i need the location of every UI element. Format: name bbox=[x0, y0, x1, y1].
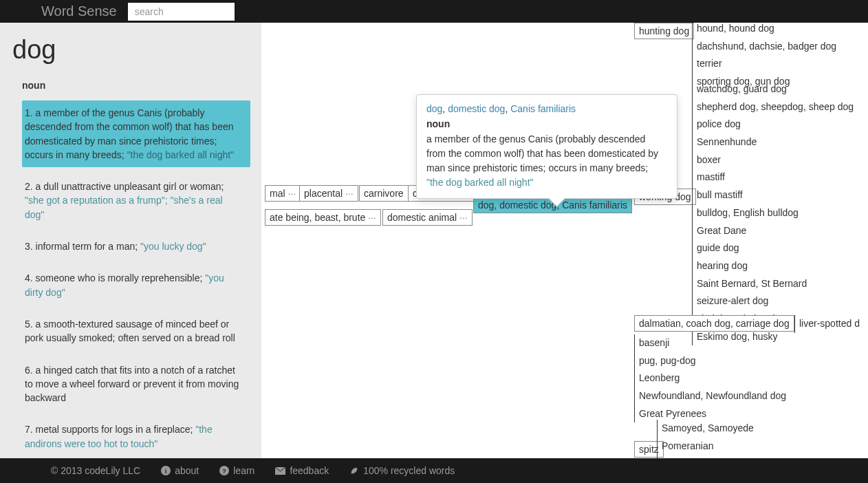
graph-item[interactable]: terrier bbox=[695, 55, 838, 73]
search-input[interactable] bbox=[128, 3, 235, 21]
popover-link[interactable]: domestic dog bbox=[448, 103, 505, 114]
graph-item[interactable]: liver-spotted d bbox=[797, 315, 862, 333]
graph-node-label: dalmatian, coach dog, carriage dog bbox=[639, 318, 790, 329]
svg-text:?: ? bbox=[222, 467, 226, 475]
graph-node[interactable]: domestic animal ··· bbox=[382, 209, 473, 226]
footer-recycled: 100% recycled words bbox=[363, 465, 455, 476]
graph-node-label: spitz bbox=[639, 444, 659, 455]
header-bar: Word Sense bbox=[0, 0, 868, 23]
graph-item[interactable]: Saint Bernard, St Bernard bbox=[695, 275, 856, 293]
popover-links: dog, domestic dog, Canis familiaris bbox=[426, 103, 667, 114]
graph-item[interactable]: Sennenhunde bbox=[695, 133, 856, 151]
graph-item[interactable]: watchdog, guard dog bbox=[695, 80, 856, 98]
definition-item[interactable]: 7. metal supports for logs in a fireplac… bbox=[22, 417, 250, 456]
graph-node-label: carnivore bbox=[364, 188, 404, 199]
footer-feedback-link[interactable]: feedback bbox=[290, 465, 329, 476]
popover-def-quote: "the dog barked all night" bbox=[426, 177, 534, 188]
main-area: dog noun 1. a member of the genus Canis … bbox=[0, 23, 868, 458]
definition-text: 7. metal supports for logs in a fireplac… bbox=[25, 424, 195, 435]
graph-item[interactable]: chow, chow chow bbox=[660, 455, 756, 458]
graph-node-label: domestic animal bbox=[387, 212, 457, 223]
word-title: dog bbox=[12, 35, 250, 65]
graph-item[interactable]: police dog bbox=[695, 116, 856, 133]
brand-title[interactable]: Word Sense bbox=[41, 3, 117, 19]
graph-item[interactable]: bull mastiff bbox=[695, 186, 856, 204]
popover-def-text: a member of the genus Canis (probably de… bbox=[426, 133, 658, 173]
definition-quote: "you lucky dog" bbox=[140, 241, 206, 252]
definition-item[interactable]: 3. informal term for a man; "you lucky d… bbox=[22, 234, 250, 259]
definition-text: 6. a hinged catch that fits into a notch… bbox=[25, 365, 239, 404]
graph-item[interactable]: pug, pug-dog bbox=[637, 352, 788, 370]
graph-node-label: hunting dog bbox=[639, 25, 689, 36]
popover-pos: noun bbox=[426, 118, 667, 129]
leaf-icon bbox=[349, 466, 359, 475]
graph-node[interactable]: ate being, beast, brute ··· bbox=[265, 209, 381, 226]
pos-noun-label: noun bbox=[12, 80, 250, 91]
sidebar: dog noun 1. a member of the genus Canis … bbox=[0, 23, 261, 458]
graph-item[interactable]: Great Dane bbox=[695, 222, 856, 240]
graph-node[interactable]: placental ··· bbox=[299, 185, 358, 202]
footer-copyright: © 2013 codeLily LLC bbox=[51, 465, 140, 476]
footer-learn-link[interactable]: learn bbox=[233, 465, 254, 476]
definition-item[interactable]: 4. someone who is morally reprehensible;… bbox=[22, 266, 250, 305]
graph-node[interactable]: mal ··· bbox=[265, 185, 301, 202]
svg-text:i: i bbox=[165, 467, 167, 475]
graph-item[interactable]: Newfoundland, Newfoundland dog bbox=[637, 387, 788, 405]
definition-quote: "she got a reputation as a frump"; "she'… bbox=[25, 195, 223, 219]
mail-icon bbox=[275, 467, 285, 475]
ellipsis-icon: ··· bbox=[457, 212, 468, 223]
graph-node-label: ate being, beast, brute bbox=[270, 212, 365, 223]
info-icon: i bbox=[161, 466, 171, 475]
definition-item[interactable]: 6. a hinged catch that fits into a notch… bbox=[22, 358, 250, 411]
graph-item[interactable]: Leonberg bbox=[637, 369, 788, 387]
footer-bar: © 2013 codeLily LLC iabout ?learn feedba… bbox=[0, 458, 868, 483]
definition-item[interactable]: 2. a dull unattractive unpleasant girl o… bbox=[22, 174, 250, 227]
graph-item[interactable]: hound, hound dog bbox=[695, 23, 838, 38]
graph-item[interactable]: guide dog bbox=[695, 239, 856, 257]
ellipsis-icon: ··· bbox=[343, 188, 354, 199]
graph-item[interactable]: bulldog, English bulldog bbox=[695, 204, 856, 222]
graph-node-label: placental bbox=[304, 188, 343, 199]
graph-node[interactable]: dalmatian, coach dog, carriage dog bbox=[634, 315, 794, 332]
graph-column: Samoyed, SamoyedePomeranianchow, chow ch… bbox=[657, 420, 756, 458]
help-icon: ? bbox=[219, 466, 229, 475]
graph-column: liver-spotted d bbox=[794, 315, 862, 333]
popover-def: a member of the genus Canis (probably de… bbox=[426, 132, 667, 190]
definition-text: 3. informal term for a man; bbox=[25, 241, 140, 252]
graph-item[interactable]: seizure-alert dog bbox=[695, 292, 856, 310]
definition-text: 4. someone who is morally reprehensible; bbox=[25, 272, 205, 283]
graph-node[interactable]: hunting dog bbox=[634, 23, 694, 39]
graph-item[interactable]: boxer bbox=[695, 151, 856, 169]
definition-quote: "the dog barked all night" bbox=[127, 149, 235, 160]
graph-item[interactable]: basenji bbox=[637, 334, 788, 352]
graph-column: watchdog, guard dogshepherd dog, sheepdo… bbox=[692, 80, 856, 345]
footer-about-link[interactable]: about bbox=[175, 465, 199, 476]
popover-link[interactable]: dog bbox=[426, 103, 442, 114]
graph-column: basenjipug, pug-dogLeonbergNewfoundland,… bbox=[634, 334, 788, 422]
definition-text: 5. a smooth-textured sausage of minced b… bbox=[25, 319, 235, 343]
graph-item[interactable]: Pomeranian bbox=[660, 438, 756, 455]
graph-node-label: mal bbox=[270, 188, 285, 199]
graph-item[interactable]: Samoyed, Samoyede bbox=[660, 420, 756, 438]
popover-link[interactable]: Canis familiaris bbox=[510, 103, 576, 114]
graph-item[interactable]: mastiff bbox=[695, 169, 856, 186]
graph-node[interactable]: carnivore bbox=[359, 185, 409, 202]
definition-text: 2. a dull unattractive unpleasant girl o… bbox=[25, 181, 224, 192]
definition-item[interactable]: 5. a smooth-textured sausage of minced b… bbox=[22, 312, 250, 351]
graph-item[interactable]: shepherd dog, sheepdog, sheep dog bbox=[695, 98, 856, 116]
ellipsis-icon: ··· bbox=[285, 188, 296, 199]
graph-item[interactable]: hearing dog bbox=[695, 257, 856, 275]
definition-popover: dog, domestic dog, Canis familiaris noun… bbox=[416, 94, 677, 199]
definition-item[interactable]: 1. a member of the genus Canis (probably… bbox=[22, 100, 250, 167]
ellipsis-icon: ··· bbox=[365, 212, 376, 223]
graph-item[interactable]: dachshund, dachsie, badger dog bbox=[695, 38, 838, 56]
graph-canvas[interactable]: dog, domestic dog, Canis familiaris noun… bbox=[261, 23, 868, 458]
